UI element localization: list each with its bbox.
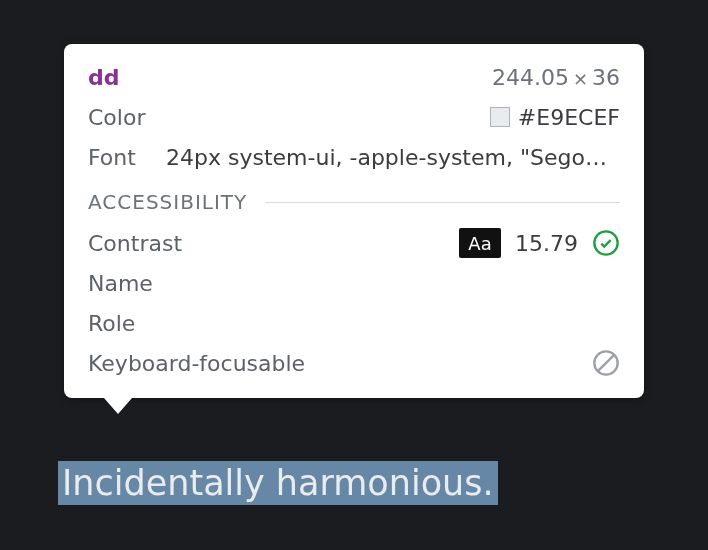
dim-height: 36 <box>592 65 620 90</box>
color-value-wrap: #E9ECEF <box>168 105 620 130</box>
check-circle-icon <box>592 229 620 257</box>
svg-line-2 <box>598 355 614 371</box>
font-value: 24px system-ui, -apple-system, "Segoe… <box>158 145 620 170</box>
font-row: Font 24px system-ui, -apple-system, "Seg… <box>88 142 620 172</box>
dim-width: 244.05 <box>492 65 569 90</box>
not-allowed-icon <box>592 349 620 377</box>
element-dimensions: 244.05×36 <box>492 65 620 90</box>
element-inspector-tooltip: dd 244.05×36 Color #E9ECEF Font 24px sys… <box>64 44 644 398</box>
accessibility-header: Accessibility <box>88 190 620 214</box>
font-label: Font <box>88 145 158 170</box>
tag-dims-row: dd 244.05×36 <box>88 62 620 92</box>
keyboard-label: Keyboard-focusable <box>88 351 305 376</box>
contrast-value-group: Aa 15.79 <box>459 228 620 258</box>
times-icon: × <box>569 68 592 89</box>
contrast-row: Contrast Aa 15.79 <box>88 228 620 258</box>
highlighted-element[interactable]: Incidentally harmonious. <box>58 462 498 504</box>
name-row: Name <box>88 268 620 298</box>
role-label: Role <box>88 311 135 336</box>
element-tag-name: dd <box>88 65 120 90</box>
color-swatch-icon <box>490 107 510 127</box>
name-label: Name <box>88 271 153 296</box>
role-row: Role <box>88 308 620 338</box>
contrast-sample-icon: Aa <box>459 228 501 258</box>
section-divider <box>265 202 620 203</box>
color-value: #E9ECEF <box>518 105 620 130</box>
accessibility-title: Accessibility <box>88 190 247 214</box>
color-row: Color #E9ECEF <box>88 102 620 132</box>
highlighted-text: Incidentally harmonious. <box>58 461 498 505</box>
color-label: Color <box>88 105 168 130</box>
keyboard-row: Keyboard-focusable <box>88 348 620 378</box>
contrast-label: Contrast <box>88 231 182 256</box>
svg-point-0 <box>594 231 617 254</box>
contrast-ratio: 15.79 <box>515 231 578 256</box>
